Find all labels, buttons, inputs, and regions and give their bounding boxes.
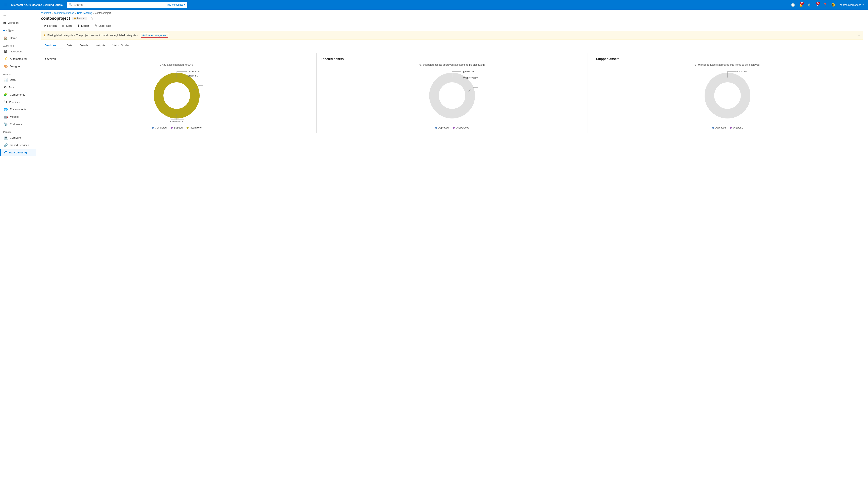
labeled-assets-title: Labeled assets: [321, 57, 583, 61]
hamburger-menu-icon[interactable]: ☰: [2, 2, 9, 8]
help-icon[interactable]: ❓: [822, 2, 828, 8]
start-button[interactable]: ▷ Start: [60, 23, 74, 29]
assets-section-label: Assets: [0, 70, 36, 76]
labeled-assets-subtitle: 0 / 0 labeled assets approved (No items …: [321, 63, 583, 66]
legend-dot-unapproved-skipped: [730, 127, 732, 129]
pipelines-icon: ⛓: [4, 100, 7, 104]
refresh-button[interactable]: ↻ Refresh: [41, 23, 59, 29]
status-dot-icon: [74, 17, 76, 19]
sidebar-item-components-label: Components: [10, 93, 25, 96]
environments-icon: 🌐: [4, 108, 8, 111]
updates-icon[interactable]: ⬆ 14: [814, 2, 821, 8]
sidebar-item-components[interactable]: 🧩 Components: [0, 91, 36, 98]
overall-card-subtitle: 0 / 32 assets labeled (0.00%): [45, 63, 308, 66]
username-label: contosoworkspace: [840, 3, 862, 6]
sidebar-item-jobs[interactable]: ⚙ Jobs: [0, 84, 36, 91]
sidebar-item-notebooks[interactable]: 📓 Notebooks: [0, 48, 36, 55]
components-icon: 🧩: [4, 93, 8, 97]
data-labeling-icon: 🏷: [4, 151, 7, 154]
microsoft-icon: ⊞: [3, 21, 6, 25]
sidebar-item-pipelines[interactable]: ⛓ Pipelines: [0, 98, 36, 105]
breadcrumb-workspace[interactable]: contosoworkspace: [54, 12, 74, 14]
sidebar-item-data[interactable]: 📊 Data: [0, 76, 36, 84]
overall-card-title: Overall: [45, 57, 308, 61]
sidebar-item-environments[interactable]: 🌐 Environments: [0, 105, 36, 113]
notifications-icon[interactable]: 🔔 23: [798, 2, 804, 8]
favorite-star-icon[interactable]: ☆: [90, 16, 93, 21]
sidebar-item-environments-label: Environments: [10, 108, 27, 111]
breadcrumb: Microsoft › contosoworkspace › Data Labe…: [36, 10, 868, 14]
svg-text:Unapproved: 0: Unapproved: 0: [463, 76, 478, 79]
sidebar-item-notebooks-label: Notebooks: [10, 50, 23, 53]
label-data-button[interactable]: ✎ Label data: [92, 23, 113, 29]
feedback-icon[interactable]: 😊: [830, 2, 837, 8]
legend-item-completed: Completed: [152, 126, 167, 129]
warning-text: Missing label categories: The project do…: [47, 34, 138, 37]
labeled-assets-card: Labeled assets 0 / 0 labeled assets appr…: [316, 53, 588, 133]
dashboard-content: Overall 0 / 32 assets labeled (0.00%): [36, 49, 868, 137]
sidebar-item-linked-services[interactable]: 🔗 Linked Services: [0, 141, 36, 149]
breadcrumb-microsoft[interactable]: Microsoft: [41, 12, 51, 14]
warning-chevron-icon[interactable]: ⌄: [857, 33, 860, 37]
app-layout: ☰ ⊞ Microsoft + + New 🏠 Home Authoring 📓…: [0, 10, 868, 497]
start-icon: ▷: [62, 24, 65, 28]
notebooks-icon: 📓: [4, 49, 8, 53]
tab-vision-studio[interactable]: Vision Studio: [109, 42, 133, 49]
page-title: contosoproject: [41, 16, 70, 21]
automated-ml-icon: ⚡: [4, 57, 8, 61]
tab-details[interactable]: Details: [76, 42, 92, 49]
sidebar-item-home[interactable]: 🏠 Home: [0, 34, 36, 42]
svg-text:Approved:: Approved:: [737, 70, 747, 73]
svg-text:Incomplete: 32: Incomplete: 32: [170, 120, 184, 122]
jobs-icon: ⚙: [4, 85, 6, 89]
home-icon: 🏠: [4, 36, 8, 40]
settings-icon[interactable]: ⚙️: [806, 2, 812, 8]
user-menu[interactable]: contosoworkspace ▾: [838, 3, 866, 7]
legend-item-skipped: Skipped: [171, 126, 182, 129]
breadcrumb-data-labeling[interactable]: Data Labeling: [77, 12, 92, 14]
sidebar-hamburger[interactable]: ☰: [0, 10, 36, 19]
sidebar-item-designer-label: Designer: [10, 65, 21, 68]
sidebar-item-designer[interactable]: 🎨 Designer: [0, 63, 36, 70]
breadcrumb-sep-2: ›: [75, 12, 76, 14]
tab-dashboard[interactable]: Dashboard: [41, 42, 63, 49]
topbar: ☰ Microsoft Azure Machine Learning Studi…: [0, 0, 868, 10]
tabs: Dashboard Data Details Insights Vision S…: [36, 40, 868, 49]
svg-text:Approved: 0: Approved: 0: [462, 70, 473, 73]
search-icon: 🔍: [69, 3, 72, 6]
sidebar-item-data-labeling[interactable]: 🏷 Data Labeling: [0, 149, 36, 156]
breadcrumb-sep-3: ›: [93, 12, 94, 14]
legend-item-unapproved-skipped: Unappr...: [730, 126, 743, 129]
svg-point-1: [159, 77, 195, 114]
plus-icon: +: [3, 29, 5, 32]
skipped-assets-donut-container: Approved: Approved Unappr...: [596, 70, 859, 129]
search-scope-badge[interactable]: This workspace ▾: [165, 3, 185, 6]
tab-insights[interactable]: Insights: [92, 42, 109, 49]
endpoints-icon: 📡: [4, 122, 8, 126]
sidebar-item-automated-ml[interactable]: ⚡ Automated ML: [0, 55, 36, 63]
sidebar-item-microsoft[interactable]: ⊞ Microsoft: [0, 19, 36, 27]
sidebar: ☰ ⊞ Microsoft + + New 🏠 Home Authoring 📓…: [0, 10, 36, 497]
linked-services-icon: 🔗: [4, 143, 8, 147]
labeled-assets-donut-svg: Approved: 0 Unapproved: 0: [426, 70, 478, 122]
main-content: Microsoft › contosoworkspace › Data Labe…: [36, 10, 868, 497]
svg-text:Completed: 0: Completed: 0: [187, 70, 199, 73]
sidebar-item-compute[interactable]: 💻 Compute: [0, 134, 36, 141]
sidebar-item-endpoints[interactable]: 📡 Endpoints: [0, 120, 36, 128]
clock-icon[interactable]: 🕐: [790, 2, 796, 8]
overall-card: Overall 0 / 32 assets labeled (0.00%): [41, 53, 312, 133]
legend-dot-unapproved: [453, 127, 455, 129]
sidebar-item-pipelines-label: Pipelines: [9, 101, 20, 104]
svg-point-11: [434, 77, 470, 114]
sidebar-item-models[interactable]: 🤖 Models: [0, 113, 36, 120]
new-button[interactable]: + + New: [0, 27, 36, 34]
add-label-categories-link[interactable]: Add label categories.: [141, 33, 168, 38]
tab-data[interactable]: Data: [63, 42, 76, 49]
toolbar: ↻ Refresh ▷ Start ⬆ Export ✎ Label data: [36, 21, 868, 31]
sidebar-item-endpoints-label: Endpoints: [10, 123, 22, 126]
legend-dot-completed: [152, 127, 154, 129]
search-input[interactable]: [74, 3, 163, 6]
skipped-assets-title: Skipped assets: [596, 57, 859, 61]
export-button[interactable]: ⬆ Export: [75, 23, 92, 29]
breadcrumb-sep-1: ›: [52, 12, 53, 14]
